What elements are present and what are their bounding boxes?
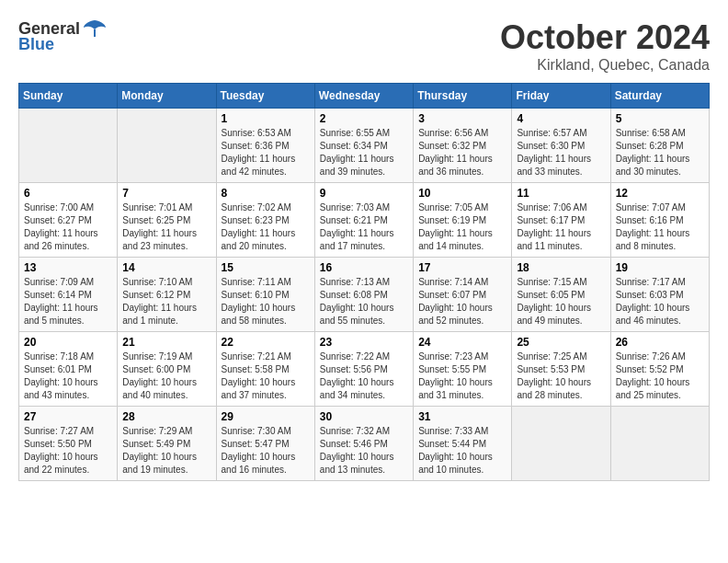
day-info: Sunrise: 7:06 AM Sunset: 6:17 PM Dayligh… <box>517 201 605 253</box>
weekday-header-friday: Friday <box>512 84 610 109</box>
day-cell: 17Sunrise: 7:14 AM Sunset: 6:07 PM Dayli… <box>414 258 512 332</box>
header: General Blue October 2024 Kirkland, Queb… <box>18 18 710 74</box>
day-cell: 27Sunrise: 7:27 AM Sunset: 5:50 PM Dayli… <box>19 407 118 481</box>
day-cell: 22Sunrise: 7:21 AM Sunset: 5:58 PM Dayli… <box>216 332 314 407</box>
day-number: 13 <box>24 261 112 274</box>
day-cell <box>118 109 216 183</box>
day-info: Sunrise: 7:07 AM Sunset: 6:16 PM Dayligh… <box>616 201 704 253</box>
day-info: Sunrise: 6:58 AM Sunset: 6:28 PM Dayligh… <box>616 127 704 178</box>
day-info: Sunrise: 7:13 AM Sunset: 6:08 PM Dayligh… <box>320 276 408 327</box>
day-cell: 1Sunrise: 6:53 AM Sunset: 6:36 PM Daylig… <box>216 109 314 183</box>
day-number: 4 <box>517 112 605 125</box>
day-info: Sunrise: 7:05 AM Sunset: 6:19 PM Dayligh… <box>418 201 506 253</box>
day-number: 20 <box>24 336 112 349</box>
day-info: Sunrise: 7:32 AM Sunset: 5:46 PM Dayligh… <box>320 425 408 477</box>
day-number: 3 <box>418 112 506 125</box>
day-number: 10 <box>418 187 506 200</box>
day-number: 12 <box>616 187 704 200</box>
month-title: October 2024 <box>500 18 710 57</box>
week-row-2: 6Sunrise: 7:00 AM Sunset: 6:27 PM Daylig… <box>19 183 710 258</box>
day-number: 30 <box>320 410 408 423</box>
day-info: Sunrise: 7:00 AM Sunset: 6:27 PM Dayligh… <box>24 201 112 253</box>
day-info: Sunrise: 7:23 AM Sunset: 5:55 PM Dayligh… <box>418 350 506 402</box>
day-number: 21 <box>122 336 210 349</box>
day-number: 18 <box>517 261 605 274</box>
logo: General Blue <box>18 18 108 54</box>
day-cell: 16Sunrise: 7:13 AM Sunset: 6:08 PM Dayli… <box>314 258 413 332</box>
weekday-header-thursday: Thursday <box>414 84 512 109</box>
day-cell <box>610 407 709 481</box>
day-cell: 6Sunrise: 7:00 AM Sunset: 6:27 PM Daylig… <box>19 183 118 258</box>
day-cell: 31Sunrise: 7:33 AM Sunset: 5:44 PM Dayli… <box>414 407 512 481</box>
weekday-header-row: SundayMondayTuesdayWednesdayThursdayFrid… <box>19 84 710 109</box>
day-cell: 13Sunrise: 7:09 AM Sunset: 6:14 PM Dayli… <box>19 258 118 332</box>
day-info: Sunrise: 6:55 AM Sunset: 6:34 PM Dayligh… <box>320 127 408 178</box>
day-cell: 24Sunrise: 7:23 AM Sunset: 5:55 PM Dayli… <box>414 332 512 407</box>
day-cell: 15Sunrise: 7:11 AM Sunset: 6:10 PM Dayli… <box>216 258 314 332</box>
day-cell: 29Sunrise: 7:30 AM Sunset: 5:47 PM Dayli… <box>216 407 314 481</box>
day-cell <box>512 407 610 481</box>
day-info: Sunrise: 7:17 AM Sunset: 6:03 PM Dayligh… <box>616 276 704 327</box>
day-cell: 23Sunrise: 7:22 AM Sunset: 5:56 PM Dayli… <box>314 332 413 407</box>
day-cell: 11Sunrise: 7:06 AM Sunset: 6:17 PM Dayli… <box>512 183 610 258</box>
day-number: 28 <box>122 410 210 423</box>
day-number: 11 <box>517 187 605 200</box>
day-number: 25 <box>517 336 605 349</box>
day-info: Sunrise: 7:29 AM Sunset: 5:49 PM Dayligh… <box>122 425 210 477</box>
day-info: Sunrise: 7:14 AM Sunset: 6:07 PM Dayligh… <box>418 276 506 327</box>
day-info: Sunrise: 7:30 AM Sunset: 5:47 PM Dayligh… <box>222 425 310 477</box>
day-info: Sunrise: 7:19 AM Sunset: 6:00 PM Dayligh… <box>122 350 210 402</box>
day-number: 29 <box>222 410 310 423</box>
day-number: 31 <box>418 410 506 423</box>
day-number: 19 <box>616 261 704 274</box>
day-info: Sunrise: 7:01 AM Sunset: 6:25 PM Dayligh… <box>122 201 210 253</box>
day-cell: 8Sunrise: 7:02 AM Sunset: 6:23 PM Daylig… <box>216 183 314 258</box>
day-info: Sunrise: 7:15 AM Sunset: 6:05 PM Dayligh… <box>517 276 605 327</box>
day-info: Sunrise: 7:22 AM Sunset: 5:56 PM Dayligh… <box>320 350 408 402</box>
title-section: October 2024 Kirkland, Quebec, Canada <box>500 18 710 74</box>
day-info: Sunrise: 7:33 AM Sunset: 5:44 PM Dayligh… <box>418 425 506 477</box>
day-cell: 10Sunrise: 7:05 AM Sunset: 6:19 PM Dayli… <box>414 183 512 258</box>
day-cell: 19Sunrise: 7:17 AM Sunset: 6:03 PM Dayli… <box>610 258 709 332</box>
day-number: 2 <box>320 112 408 125</box>
day-cell: 30Sunrise: 7:32 AM Sunset: 5:46 PM Dayli… <box>314 407 413 481</box>
weekday-header-saturday: Saturday <box>610 84 709 109</box>
day-number: 26 <box>616 336 704 349</box>
day-info: Sunrise: 7:18 AM Sunset: 6:01 PM Dayligh… <box>24 350 112 402</box>
day-info: Sunrise: 6:53 AM Sunset: 6:36 PM Dayligh… <box>222 127 310 178</box>
day-number: 27 <box>24 410 112 423</box>
day-info: Sunrise: 7:21 AM Sunset: 5:58 PM Dayligh… <box>222 350 310 402</box>
day-cell: 26Sunrise: 7:26 AM Sunset: 5:52 PM Dayli… <box>610 332 709 407</box>
logo-blue-text: Blue <box>18 35 54 54</box>
day-number: 6 <box>24 187 112 200</box>
week-row-5: 27Sunrise: 7:27 AM Sunset: 5:50 PM Dayli… <box>19 407 710 481</box>
day-cell <box>19 109 118 183</box>
day-number: 14 <box>122 261 210 274</box>
day-number: 16 <box>320 261 408 274</box>
day-info: Sunrise: 7:03 AM Sunset: 6:21 PM Dayligh… <box>320 201 408 253</box>
day-number: 22 <box>222 336 310 349</box>
weekday-header-tuesday: Tuesday <box>216 84 314 109</box>
day-number: 1 <box>222 112 310 125</box>
day-info: Sunrise: 7:26 AM Sunset: 5:52 PM Dayligh… <box>616 350 704 402</box>
day-number: 24 <box>418 336 506 349</box>
week-row-4: 20Sunrise: 7:18 AM Sunset: 6:01 PM Dayli… <box>19 332 710 407</box>
day-cell: 4Sunrise: 6:57 AM Sunset: 6:30 PM Daylig… <box>512 109 610 183</box>
day-info: Sunrise: 7:09 AM Sunset: 6:14 PM Dayligh… <box>24 276 112 327</box>
day-cell: 20Sunrise: 7:18 AM Sunset: 6:01 PM Dayli… <box>19 332 118 407</box>
logo-bird-icon <box>82 18 108 39</box>
day-info: Sunrise: 7:25 AM Sunset: 5:53 PM Dayligh… <box>517 350 605 402</box>
day-cell: 12Sunrise: 7:07 AM Sunset: 6:16 PM Dayli… <box>610 183 709 258</box>
weekday-header-wednesday: Wednesday <box>314 84 413 109</box>
day-cell: 5Sunrise: 6:58 AM Sunset: 6:28 PM Daylig… <box>610 109 709 183</box>
day-number: 7 <box>122 187 210 200</box>
day-info: Sunrise: 6:56 AM Sunset: 6:32 PM Dayligh… <box>418 127 506 178</box>
day-cell: 14Sunrise: 7:10 AM Sunset: 6:12 PM Dayli… <box>118 258 216 332</box>
day-cell: 21Sunrise: 7:19 AM Sunset: 6:00 PM Dayli… <box>118 332 216 407</box>
day-cell: 18Sunrise: 7:15 AM Sunset: 6:05 PM Dayli… <box>512 258 610 332</box>
calendar: SundayMondayTuesdayWednesdayThursdayFrid… <box>18 83 710 481</box>
day-info: Sunrise: 6:57 AM Sunset: 6:30 PM Dayligh… <box>517 127 605 178</box>
day-cell: 3Sunrise: 6:56 AM Sunset: 6:32 PM Daylig… <box>414 109 512 183</box>
day-info: Sunrise: 7:27 AM Sunset: 5:50 PM Dayligh… <box>24 425 112 477</box>
day-cell: 28Sunrise: 7:29 AM Sunset: 5:49 PM Dayli… <box>118 407 216 481</box>
